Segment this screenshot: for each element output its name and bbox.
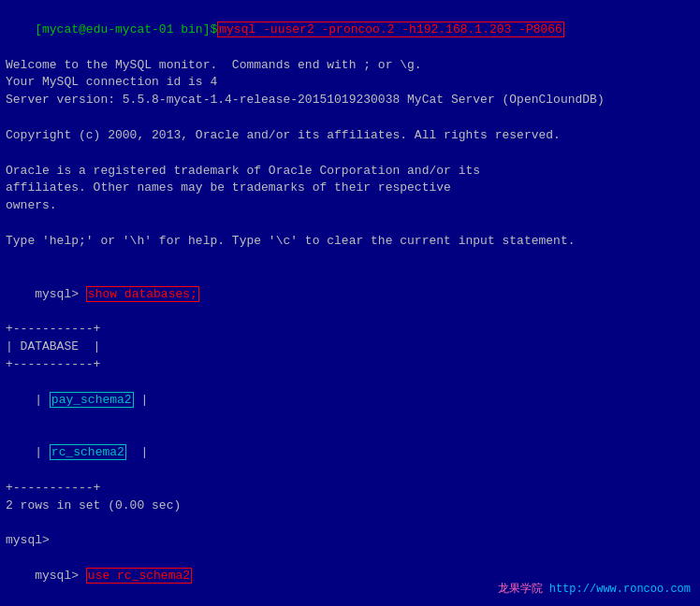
welcome-line-2: Your MySQL connection id is 4 <box>6 74 694 92</box>
command1-box: mysql -uuser2 -proncoo.2 -h192.168.1.203… <box>217 22 564 37</box>
prompt-1: mysql> <box>35 287 86 301</box>
terminal: [mycat@edu-mycat-01 bin]$mysql -uuser2 -… <box>0 0 700 606</box>
oracle-line-3: owners. <box>6 197 694 215</box>
watermark-text: 龙果学院 <box>498 583 543 596</box>
blank-4 <box>6 251 694 268</box>
db-row-2: | rc_schema2 | <box>6 426 694 480</box>
table-sep-2: +-----------+ <box>6 356 694 374</box>
prompt-host: [mycat@edu-mycat-01 bin]$ <box>35 22 217 36</box>
welcome-line-1: Welcome to the MySQL monitor. Commands e… <box>6 57 694 75</box>
cmd-use: use rc_schema2 <box>86 568 192 584</box>
cmd-show-db: show databases; <box>86 286 199 302</box>
blank-2 <box>6 145 694 163</box>
table-sep-3: +-----------+ <box>6 480 694 498</box>
help-line: Type 'help;' or '\h' for help. Type '\c'… <box>6 233 694 251</box>
rows-count-1: 2 rows in set (0.00 sec) <box>6 498 694 515</box>
oracle-line-1: Oracle is a registered trademark of Orac… <box>6 163 694 180</box>
prompt-3: mysql> <box>35 569 86 583</box>
blank-3 <box>6 215 694 233</box>
table-sep-1: +-----------+ <box>6 321 694 339</box>
watermark-url[interactable]: http://www.roncoo.com <box>549 583 691 596</box>
oracle-line-2: affiliates. Other names may be trademark… <box>6 180 694 197</box>
blank-5 <box>6 514 694 532</box>
blank-1 <box>6 109 694 127</box>
db2-value: rc_schema2 <box>50 444 126 460</box>
prompt-2-line: mysql> <box>6 532 694 550</box>
welcome-line-3: Server version: 5.5.8-mycat-1.4-release-… <box>6 92 694 109</box>
line-1: [mycat@edu-mycat-01 bin]$mysql -uuser2 -… <box>6 4 694 57</box>
copyright-line: Copyright (c) 2000, 2013, Oracle and/or … <box>6 127 694 145</box>
db1-value: pay_schema2 <box>50 392 134 408</box>
show-db-line: mysql> show databases; <box>6 268 694 322</box>
watermark: 龙果学院 http://www.roncoo.com <box>498 581 691 597</box>
table-header-line: | DATABASE | <box>6 339 694 356</box>
db-row-1: | pay_schema2 | <box>6 374 694 427</box>
